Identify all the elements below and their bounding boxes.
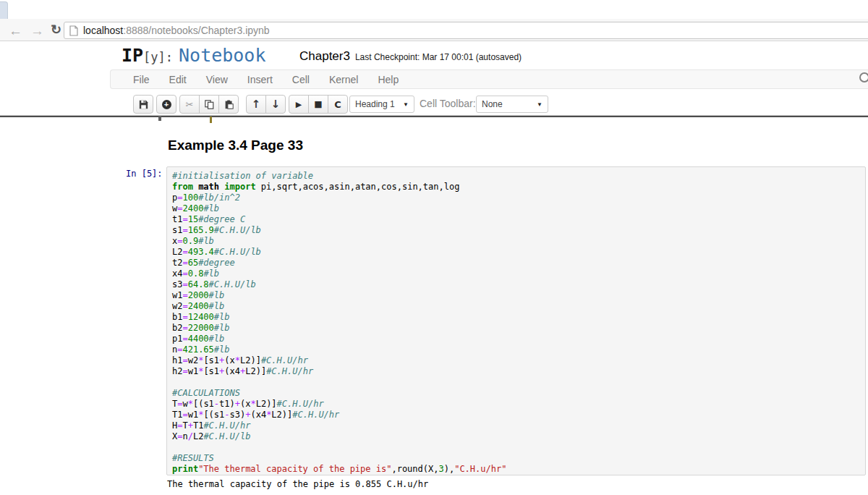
- interrupt-kernel-button[interactable]: ■: [308, 95, 328, 114]
- run-button-group: ▶ ■ C: [289, 95, 348, 114]
- logo-y-text: [y]:: [143, 50, 173, 64]
- code-line: p1=4400#lb: [172, 334, 862, 344]
- menu-bar: FileEditViewInsertCellKernelHelp: [110, 69, 868, 89]
- cell-edge-mark: [158, 116, 161, 121]
- back-icon[interactable]: ←: [9, 24, 22, 38]
- cell-output: The thermal capacity of the pipe is 0.85…: [167, 479, 428, 489]
- menu-item-view[interactable]: View: [206, 74, 228, 85]
- menu-item-kernel[interactable]: Kernel: [329, 74, 358, 85]
- code-line: T=w*[(s1-t1)+(x*L2)]#C.H.U/hr: [172, 399, 862, 410]
- browser-tab-fragment[interactable]: [0, 1, 8, 19]
- cell-type-value: Heading 1: [355, 99, 395, 109]
- code-line: b1=12400#lb: [172, 312, 862, 323]
- page-icon: [69, 25, 78, 36]
- code-line: x=0.9#lb: [172, 236, 862, 247]
- code-line: #CALCULATIONS: [172, 388, 862, 399]
- cell-toolbar-row: + ✂ ↑ ↓ ▶ ■ C: [0, 89, 868, 115]
- text-cursor: [210, 117, 212, 123]
- code-line: w1=2000#lb: [172, 290, 862, 301]
- forward-icon[interactable]: →: [30, 24, 44, 38]
- save-icon: [139, 100, 148, 109]
- run-cell-button[interactable]: ▶: [289, 95, 309, 114]
- input-prompt: In [5]:: [126, 169, 163, 179]
- cell-toolbar-label: Cell Toolbar:: [420, 98, 476, 109]
- code-line: w=2400#lb: [172, 203, 862, 214]
- move-cell-down-button[interactable]: ↓: [265, 95, 286, 114]
- edit-button-group: ✂: [179, 95, 239, 114]
- paste-cell-button[interactable]: [218, 95, 239, 114]
- reload-icon[interactable]: ↻: [51, 23, 61, 37]
- code-line: #RESULTS: [172, 453, 862, 464]
- url-path: :8888/notebooks/Chapter3.ipynb: [123, 25, 269, 36]
- code-line: from math import pi,sqrt,acos,asin,atan,…: [172, 182, 862, 192]
- insert-cell-button[interactable]: +: [156, 95, 176, 114]
- code-lines: #initialisation of variablefrom math imp…: [172, 171, 862, 475]
- code-line: x4=0.8#lb: [172, 268, 862, 279]
- code-line: L2=493.4#C.H.U/lb: [172, 247, 862, 258]
- code-line: h1=w2*[s1+(x*L2)]#C.H.U/hr: [172, 355, 862, 366]
- code-line: h2=w1*[s1+(x4+L2)]#C.H.U/hr: [172, 366, 862, 377]
- cell-toolbar-value: None: [482, 99, 503, 109]
- code-line: p=100#lb/in^2: [172, 192, 862, 203]
- code-line: T1=w1*[(s1-s3)+(x4*L2)]#C.H.U/hr: [172, 410, 862, 420]
- copy-cell-button[interactable]: [199, 95, 219, 114]
- url-text: localhost:8888/notebooks/Chapter3.ipynb: [83, 25, 270, 36]
- arrow-down-icon: ↓: [271, 100, 281, 109]
- menu-item-cell[interactable]: Cell: [292, 74, 310, 85]
- checkpoint-status: Last Checkpoint: Mar 17 00:01 (autosaved…: [355, 52, 522, 62]
- logo-ip-text: IP: [122, 45, 143, 66]
- chevron-down-icon: ▼: [403, 101, 409, 108]
- move-button-group: ↑ ↓: [246, 95, 286, 114]
- save-button[interactable]: [133, 95, 153, 114]
- code-cell-input[interactable]: #initialisation of variablefrom math imp…: [166, 166, 866, 475]
- menu-item-help[interactable]: Help: [378, 74, 399, 85]
- notebook-title-group: Chapter3 Last Checkpoint: Mar 17 00:01 (…: [299, 49, 522, 64]
- cut-cell-button[interactable]: ✂: [179, 95, 200, 114]
- chevron-down-icon: ▼: [537, 101, 542, 108]
- paste-icon: [224, 100, 234, 109]
- cell-type-select[interactable]: Heading 1 ▼: [349, 96, 414, 113]
- kernel-idle-icon: [859, 72, 868, 82]
- menu-item-insert[interactable]: Insert: [247, 74, 273, 85]
- code-line: t2=65#degree: [172, 258, 862, 268]
- code-line: w2=2400#lb: [172, 301, 862, 312]
- menu-item-edit[interactable]: Edit: [169, 74, 187, 85]
- code-line: #initialisation of variable: [172, 171, 862, 182]
- add-icon: +: [162, 100, 171, 109]
- code-line: X=n/L2#C.H.U/lb: [172, 431, 862, 442]
- code-line: t1=15#degree C: [172, 214, 862, 225]
- code-line: b2=22000#lb: [172, 323, 862, 334]
- notebook-title[interactable]: Chapter3: [299, 49, 350, 64]
- copy-icon: [205, 100, 214, 109]
- cell-toolbar-select[interactable]: None ▼: [476, 96, 548, 113]
- heading-cell[interactable]: Example 3.4 Page 33: [168, 138, 303, 153]
- arrow-up-icon: ↑: [252, 100, 261, 109]
- stop-icon: ■: [314, 100, 322, 109]
- code-line: print"The thermal capacity of the pipe i…: [172, 464, 862, 475]
- code-line: [172, 377, 862, 388]
- code-line: [172, 442, 862, 453]
- code-line: H=T+T1#C.H.U/hr: [172, 420, 862, 431]
- restart-icon: C: [334, 100, 341, 109]
- ipython-logo[interactable]: IP [y]: Notebook: [122, 45, 265, 66]
- browser-window: ← → ↻ localhost:8888/notebooks/Chapter3.…: [0, 0, 868, 495]
- code-line: s1=165.9#C.H.U/lb: [172, 225, 862, 236]
- code-line: s3=64.8#C.H.U/lb: [172, 279, 862, 290]
- logo-notebook-text: Notebook: [179, 45, 265, 66]
- play-icon: ▶: [296, 100, 302, 109]
- address-bar[interactable]: localhost:8888/notebooks/Chapter3.ipynb: [64, 22, 868, 39]
- restart-kernel-button[interactable]: C: [328, 95, 348, 114]
- cut-icon: ✂: [186, 100, 194, 109]
- header-divider-dark: [0, 116, 868, 117]
- url-host: localhost: [83, 25, 123, 36]
- move-cell-up-button[interactable]: ↑: [246, 95, 266, 114]
- menu-item-file[interactable]: File: [133, 74, 150, 85]
- code-line: n=421.65#lb: [172, 344, 862, 355]
